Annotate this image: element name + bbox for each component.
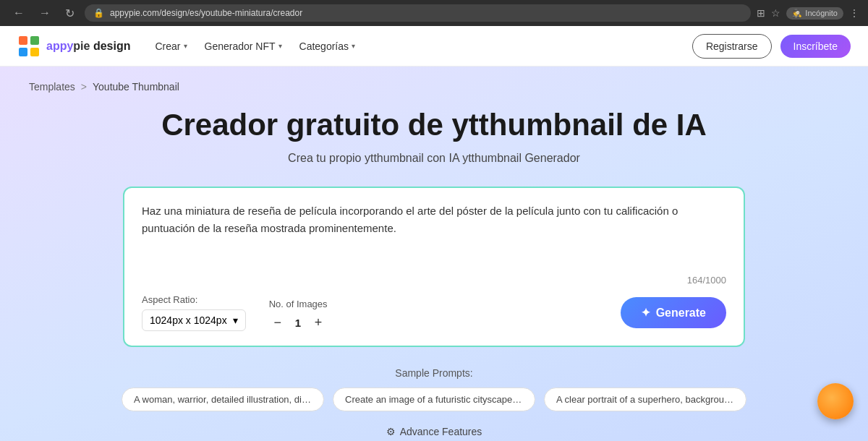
hero: Creador gratuito de ytthumbnail de IA Cr… [0, 107, 868, 165]
nav-nft[interactable]: Generador NFT ▾ [197, 36, 289, 56]
nav-links: Crear ▾ Generador NFT ▾ Categorías ▾ [148, 36, 362, 56]
sparkle-icon: ✦ [641, 306, 650, 320]
svg-rect-3 [30, 48, 39, 56]
chevron-down-icon: ▾ [352, 42, 355, 50]
incognito-icon: 🕵 [792, 9, 802, 18]
generator-box: 164/1000 Aspect Ratio: 1024px x 1024px ▾… [123, 187, 745, 347]
breadcrumb-current: Youtube Thumbnail [93, 81, 179, 93]
inscribe-button[interactable]: Inscríbete [780, 35, 851, 58]
controls-left: Aspect Ratio: 1024px x 1024px ▾ No. of I… [142, 294, 328, 331]
incognito-badge: 🕵 Incógnito [786, 7, 843, 20]
logo-icon [17, 35, 41, 58]
nav-categorias[interactable]: Categorías ▾ [292, 36, 362, 56]
register-button[interactable]: Registrarse [692, 34, 772, 59]
nav-crear[interactable]: Crear ▾ [148, 36, 194, 56]
star-icon[interactable]: ☆ [771, 7, 780, 19]
sample-prompt-3[interactable]: A clear portrait of a superhero, backgro… [544, 388, 746, 411]
main-content: Templates > Youtube Thumbnail Creador gr… [0, 67, 868, 441]
chevron-down-icon: ▾ [184, 42, 187, 50]
increase-button[interactable]: + [310, 314, 327, 331]
char-count: 164/1000 [142, 275, 726, 286]
aspect-ratio-group: Aspect Ratio: 1024px x 1024px ▾ [142, 294, 246, 331]
sample-prompts-label: Sample Prompts: [0, 367, 868, 379]
browser-actions: ⊞ ☆ 🕵 Incógnito ⋮ [757, 7, 859, 20]
reload-btn[interactable]: ↻ [61, 5, 79, 22]
hero-subtitle: Crea tu propio ytthumbnail con IA ytthum… [14, 152, 854, 165]
chevron-down-icon: ▾ [278, 42, 282, 50]
aspect-ratio-select[interactable]: 1024px x 1024px ▾ [142, 309, 246, 331]
translate-icon[interactable]: ⊞ [757, 7, 765, 19]
advance-features-button[interactable]: ⚙ Advance Features [386, 426, 482, 437]
images-count-group: No. of Images − 1 + [269, 299, 328, 331]
sample-prompts-list: A woman, warrior, detailed illustration,… [0, 388, 868, 411]
logo-text: appypie design [46, 40, 130, 53]
menu-icon[interactable]: ⋮ [849, 7, 859, 19]
images-count-value: 1 [295, 317, 301, 329]
navbar-right: Registrarse Inscríbete [692, 34, 851, 59]
sample-prompt-2[interactable]: Create an image of a futuristic cityscap… [333, 388, 535, 411]
svg-rect-2 [19, 48, 27, 56]
url-bar[interactable]: 🔒 appypie.com/design/es/youtube-miniatur… [85, 4, 751, 22]
number-control: − 1 + [269, 314, 328, 331]
breadcrumb: Templates > Youtube Thumbnail [0, 81, 868, 93]
hero-title: Creador gratuito de ytthumbnail de IA [14, 107, 854, 143]
browser-chrome: ← → ↻ 🔒 appypie.com/design/es/youtube-mi… [0, 0, 868, 26]
breadcrumb-home[interactable]: Templates [29, 81, 75, 93]
svg-rect-1 [30, 36, 39, 45]
generator-controls: Aspect Ratio: 1024px x 1024px ▾ No. of I… [142, 294, 726, 331]
aspect-ratio-value: 1024px x 1024px [150, 314, 227, 326]
logo[interactable]: appypie design [17, 35, 130, 58]
gear-icon: ⚙ [386, 426, 396, 437]
aspect-ratio-label: Aspect Ratio: [142, 294, 246, 305]
sample-prompts-section: Sample Prompts: A woman, warrior, detail… [0, 367, 868, 411]
navbar: appypie design Crear ▾ Generador NFT ▾ C… [0, 26, 868, 67]
back-btn[interactable]: ← [9, 5, 29, 21]
images-label: No. of Images [269, 299, 328, 309]
svg-rect-0 [19, 36, 27, 45]
generate-button[interactable]: ✦ Generate [621, 297, 726, 328]
dropdown-chevron-icon: ▾ [233, 314, 238, 326]
prompt-textarea[interactable] [142, 202, 726, 272]
sample-prompt-1[interactable]: A woman, warrior, detailed illustration,… [122, 388, 324, 411]
advance-features-section: ⚙ Advance Features [0, 426, 868, 437]
url-text: appypie.com/design/es/youtube-miniatura/… [110, 8, 302, 18]
breadcrumb-separator: > [81, 81, 87, 93]
forward-btn[interactable]: → [35, 5, 55, 21]
floating-chat-button[interactable] [817, 383, 854, 419]
navbar-left: appypie design Crear ▾ Generador NFT ▾ C… [17, 35, 362, 58]
decrease-button[interactable]: − [269, 314, 286, 331]
